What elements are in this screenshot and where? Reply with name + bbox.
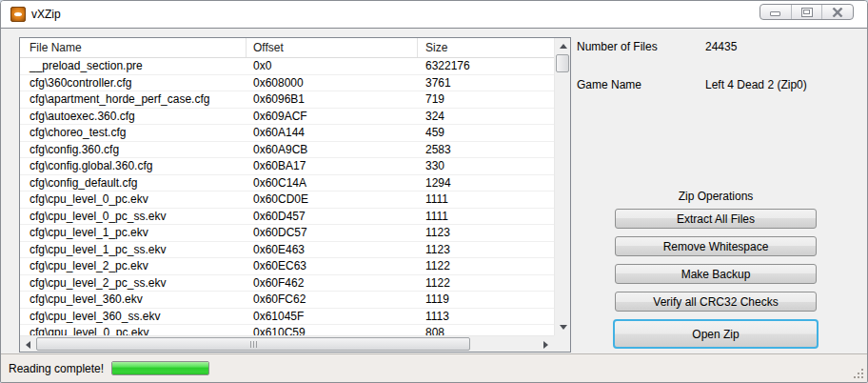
table-row[interactable]: cfg\gpu_level_0_pc.ekv0x610C59808 (20, 325, 554, 335)
triangle-left-icon (26, 341, 30, 349)
close-button[interactable] (822, 5, 853, 19)
scroll-up-button[interactable] (555, 38, 571, 54)
table-row[interactable]: cfg\config.global.360.cfg0x60BA17330 (20, 158, 554, 175)
cell-offset: 0x60A144 (247, 126, 418, 139)
cell-size: 719 (418, 92, 554, 106)
game-name-value: Left 4 Dead 2 (Zip0) (705, 78, 807, 91)
cell-offset: 0x60F462 (247, 276, 418, 290)
number-of-files-label: Number of Files (577, 40, 658, 53)
cell-offset: 0x60A9CB (247, 143, 418, 156)
table-row[interactable]: cfg\cpu_level_360.ekv0x60FC621119 (20, 292, 554, 309)
verify-crc32-button[interactable]: Verify all CRC32 Checks (615, 292, 817, 312)
progress-fill (112, 362, 208, 374)
cell-file-name: cfg\360controller.cfg (20, 76, 247, 90)
number-of-files-value: 24435 (705, 40, 737, 53)
window-title: vXZip (31, 8, 61, 21)
horizontal-scroll-thumb[interactable] (36, 337, 470, 351)
table-row[interactable]: cfg\apartment_horde_perf_case.cfg0x6096B… (20, 91, 554, 109)
cell-size: 808 (418, 326, 554, 335)
remove-whitespace-button[interactable]: Remove Whitespace (615, 236, 817, 256)
cell-size: 1113 (418, 310, 554, 323)
minimize-button[interactable] (760, 5, 792, 19)
game-name-label: Game Name (577, 78, 641, 91)
cell-size: 3761 (418, 76, 554, 90)
cell-file-name: cfg\cpu_level_0_pc.ekv (20, 192, 247, 206)
caption-buttons (760, 4, 854, 20)
cell-offset: 0x60BA17 (247, 159, 418, 172)
cell-size: 1123 (418, 226, 554, 239)
cell-offset: 0x6096B1 (247, 92, 418, 106)
cell-file-name: cfg\apartment_horde_perf_case.cfg (20, 92, 247, 106)
cell-offset: 0x60EC63 (247, 259, 418, 272)
scroll-left-button[interactable] (20, 336, 36, 353)
cell-file-name: cfg\cpu_level_0_pc_ss.ekv (20, 210, 247, 223)
cell-size: 1123 (418, 243, 554, 256)
cell-file-name: cfg\gpu_level_0_pc.ekv (20, 326, 247, 335)
cell-file-name: cfg\config_default.cfg (20, 176, 247, 190)
status-text: Reading complete! (9, 362, 104, 375)
table-row[interactable]: cfg\choreo_test.cfg0x60A144459 (20, 125, 554, 142)
file-list-body: __preload_section.pre0x06322176cfg\360co… (20, 58, 554, 335)
column-header-offset[interactable]: Offset (247, 38, 418, 57)
triangle-right-icon (543, 341, 548, 349)
cell-offset: 0x608000 (247, 76, 418, 90)
table-row[interactable]: cfg\360controller.cfg0x6080003761 (20, 75, 554, 92)
table-row[interactable]: cfg\cpu_level_360_ss.ekv0x61045F1113 (20, 309, 554, 326)
table-row[interactable]: cfg\cpu_level_1_pc.ekv0x60DC571123 (20, 225, 554, 242)
column-header-file-name[interactable]: File Name (20, 38, 247, 57)
resize-grip[interactable] (861, 376, 863, 378)
open-zip-button[interactable]: Open Zip (613, 319, 819, 349)
maximize-icon (801, 8, 813, 17)
maximize-button[interactable] (792, 5, 823, 19)
scroll-down-button[interactable] (555, 319, 571, 335)
app-icon (10, 7, 26, 22)
app-window: vXZip File Name Offset Size (0, 0, 868, 383)
cell-offset: 0x610C59 (247, 326, 418, 335)
cell-offset: 0x0 (247, 59, 418, 72)
progress-bar (111, 361, 209, 375)
statusbar: Reading complete! (1, 353, 867, 382)
table-row[interactable]: cfg\config_default.cfg0x60C14A1294 (20, 175, 554, 192)
cell-file-name: cfg\cpu_level_360.ekv (20, 292, 247, 306)
cell-file-name: cfg\config.360.cfg (20, 143, 247, 156)
table-row[interactable]: cfg\autoexec.360.cfg0x609ACF324 (20, 109, 554, 126)
table-row[interactable]: __preload_section.pre0x06322176 (20, 58, 554, 75)
table-row[interactable]: cfg\config.360.cfg0x60A9CB2583 (20, 142, 554, 159)
cell-offset: 0x61045F (247, 310, 418, 323)
horizontal-scrollbar[interactable] (20, 335, 554, 352)
make-backup-button[interactable]: Make Backup (615, 264, 817, 284)
triangle-down-icon (560, 325, 567, 330)
table-row[interactable]: cfg\cpu_level_0_pc.ekv0x60CD0E1111 (20, 192, 554, 209)
cell-size: 1122 (418, 259, 554, 272)
table-row[interactable]: cfg\cpu_level_0_pc_ss.ekv0x60D4571111 (20, 209, 554, 226)
cell-size: 330 (418, 159, 554, 172)
cell-offset: 0x609ACF (247, 110, 418, 123)
column-header-size[interactable]: Size (418, 38, 554, 57)
cell-size: 1111 (418, 192, 554, 206)
cell-file-name: cfg\cpu_level_360_ss.ekv (20, 310, 247, 323)
file-list-header: File Name Offset Size (20, 38, 554, 58)
close-icon (832, 8, 843, 17)
cell-size: 1122 (418, 276, 554, 290)
vertical-scroll-thumb[interactable] (556, 54, 569, 72)
thumb-grip-icon (250, 341, 251, 348)
table-row[interactable]: cfg\cpu_level_2_pc_ss.ekv0x60F4621122 (20, 275, 554, 292)
zip-operations-title: Zip Operations (615, 190, 817, 203)
scroll-right-button[interactable] (538, 336, 554, 353)
cell-file-name: __preload_section.pre (20, 59, 247, 72)
cell-file-name: cfg\cpu_level_2_pc.ekv (20, 259, 247, 272)
extract-all-files-button[interactable]: Extract All Files (615, 209, 817, 229)
cell-size: 324 (418, 110, 554, 123)
cell-offset: 0x60D457 (247, 210, 418, 223)
cell-offset: 0x60CD0E (247, 192, 418, 206)
vertical-scrollbar[interactable] (554, 38, 570, 335)
cell-offset: 0x60C14A (247, 176, 418, 190)
cell-file-name: cfg\autoexec.360.cfg (20, 110, 247, 123)
table-row[interactable]: cfg\cpu_level_2_pc.ekv0x60EC631122 (20, 258, 554, 275)
table-row[interactable]: cfg\cpu_level_1_pc_ss.ekv0x60E4631123 (20, 242, 554, 259)
cell-size: 1294 (418, 176, 554, 190)
cell-size: 6322176 (418, 59, 554, 72)
cell-file-name: cfg\choreo_test.cfg (20, 126, 247, 139)
triangle-up-icon (560, 44, 567, 49)
cell-file-name: cfg\cpu_level_2_pc_ss.ekv (20, 276, 247, 290)
